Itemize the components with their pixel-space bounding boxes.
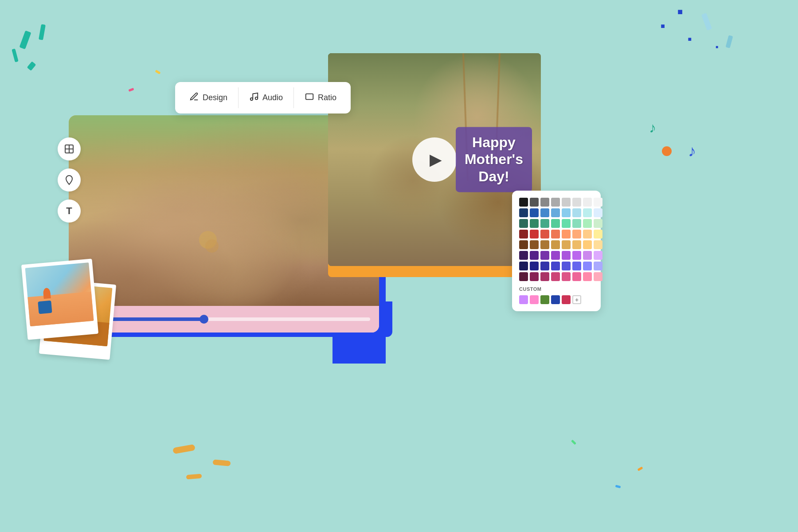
color-swatch[interactable] — [594, 198, 602, 207]
color-swatch[interactable] — [540, 198, 549, 207]
mothers-day-text: Happy Mother's Day! — [465, 134, 523, 185]
text-tool[interactable]: T — [58, 200, 81, 223]
color-swatch[interactable] — [540, 230, 549, 239]
color-swatch[interactable] — [551, 262, 560, 270]
custom-colors-label: CUSTOM — [519, 286, 594, 292]
color-swatch[interactable] — [572, 219, 581, 228]
editor-toolbar: Design Audio Ratio — [175, 82, 351, 113]
left-toolbar: T — [58, 137, 81, 223]
play-button[interactable]: ▶ — [412, 137, 457, 182]
color-swatch[interactable] — [562, 208, 571, 217]
color-swatch[interactable] — [530, 198, 539, 207]
color-swatch[interactable] — [583, 262, 592, 270]
svg-point-0 — [250, 98, 253, 101]
video-frame-right: ▶ Happy Mother's Day! — [328, 53, 541, 266]
color-swatch[interactable] — [519, 251, 528, 260]
color-swatch[interactable] — [562, 262, 571, 270]
color-swatch[interactable] — [540, 262, 549, 270]
add-custom-color-button[interactable]: + — [572, 295, 581, 304]
video-player-right: ▶ Happy Mother's Day! — [328, 53, 541, 266]
color-swatch[interactable] — [583, 230, 592, 239]
layout-tool[interactable] — [58, 137, 81, 160]
color-swatch[interactable] — [551, 272, 560, 281]
design-tab[interactable]: Design — [179, 87, 239, 108]
custom-colors-row: + — [519, 295, 594, 304]
color-swatch[interactable] — [551, 230, 560, 239]
custom-color-swatch[interactable] — [562, 295, 571, 304]
color-swatch[interactable] — [519, 272, 528, 281]
color-swatch[interactable] — [594, 251, 602, 260]
ratio-tab[interactable]: Ratio — [294, 87, 347, 108]
color-swatch[interactable] — [551, 208, 560, 217]
color-swatch[interactable] — [530, 230, 539, 239]
color-swatch[interactable] — [594, 272, 602, 281]
color-swatch[interactable] — [583, 198, 592, 207]
color-swatch[interactable] — [530, 262, 539, 270]
color-swatch[interactable] — [583, 251, 592, 260]
color-swatch[interactable] — [540, 251, 549, 260]
color-swatch[interactable] — [530, 272, 539, 281]
color-swatch[interactable] — [572, 230, 581, 239]
ratio-icon — [305, 92, 314, 104]
color-swatch[interactable] — [562, 272, 571, 281]
color-swatch[interactable] — [594, 219, 602, 228]
color-swatch[interactable] — [562, 230, 571, 239]
color-swatch[interactable] — [572, 262, 581, 270]
custom-color-swatch[interactable] — [551, 295, 560, 304]
color-swatch[interactable] — [594, 262, 602, 270]
ratio-label: Ratio — [318, 93, 336, 102]
color-swatch[interactable] — [519, 230, 528, 239]
color-swatch[interactable] — [583, 219, 592, 228]
color-swatch[interactable] — [572, 240, 581, 249]
svg-rect-2 — [306, 94, 313, 100]
progress-thumb[interactable] — [200, 315, 208, 324]
mothers-day-overlay: Happy Mother's Day! — [456, 127, 532, 192]
design-label: Design — [203, 93, 227, 102]
custom-color-swatch[interactable] — [519, 295, 528, 304]
audio-tab[interactable]: Audio — [239, 87, 294, 108]
progress-bar[interactable] — [94, 317, 370, 321]
color-swatch[interactable] — [530, 219, 539, 228]
custom-color-swatch[interactable] — [530, 295, 539, 304]
color-swatch[interactable] — [562, 198, 571, 207]
audio-icon — [249, 92, 259, 104]
color-swatch[interactable] — [519, 208, 528, 217]
color-swatch[interactable] — [594, 208, 602, 217]
color-swatch[interactable] — [551, 198, 560, 207]
play-icon: ▶ — [430, 150, 442, 169]
color-swatch[interactable] — [519, 240, 528, 249]
color-swatch[interactable] — [519, 262, 528, 270]
color-picker-panel: CUSTOM + — [512, 191, 601, 311]
color-swatch[interactable] — [519, 198, 528, 207]
color-swatch[interactable] — [583, 272, 592, 281]
color-swatch[interactable] — [551, 251, 560, 260]
color-swatch[interactable] — [594, 240, 602, 249]
color-grid — [519, 198, 594, 281]
color-swatch[interactable] — [594, 230, 602, 239]
color-swatch[interactable] — [572, 198, 581, 207]
audio-label: Audio — [262, 93, 283, 102]
color-swatch[interactable] — [530, 240, 539, 249]
polaroid-photo-1 — [21, 258, 98, 340]
color-swatch[interactable] — [583, 240, 592, 249]
color-swatch[interactable] — [583, 208, 592, 217]
color-swatch[interactable] — [572, 272, 581, 281]
color-swatch[interactable] — [572, 208, 581, 217]
color-swatch[interactable] — [530, 208, 539, 217]
color-swatch[interactable] — [551, 240, 560, 249]
color-swatch[interactable] — [562, 219, 571, 228]
color-swatch[interactable] — [562, 251, 571, 260]
color-swatch[interactable] — [562, 240, 571, 249]
video-controls: ⏸ — [69, 306, 379, 332]
color-swatch[interactable] — [540, 272, 549, 281]
color-tool[interactable] — [58, 168, 81, 192]
color-swatch[interactable] — [540, 240, 549, 249]
color-swatch[interactable] — [540, 219, 549, 228]
color-swatch[interactable] — [551, 219, 560, 228]
svg-point-1 — [255, 97, 258, 100]
color-swatch[interactable] — [572, 251, 581, 260]
color-swatch[interactable] — [530, 251, 539, 260]
color-swatch[interactable] — [519, 219, 528, 228]
custom-color-swatch[interactable] — [540, 295, 549, 304]
color-swatch[interactable] — [540, 208, 549, 217]
